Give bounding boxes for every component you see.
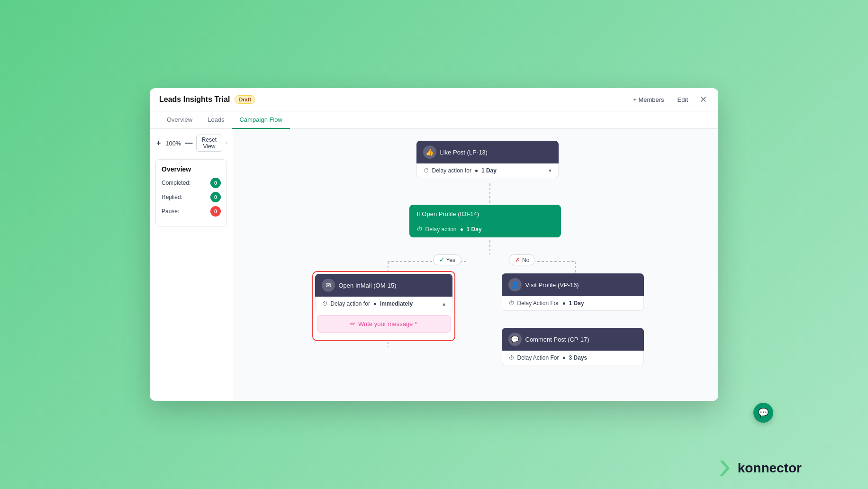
inmail-delay-value: Immediately bbox=[380, 300, 413, 307]
dot-sep bbox=[563, 302, 565, 305]
close-button[interactable]: ✕ bbox=[697, 94, 709, 105]
brand-name: konnector bbox=[738, 461, 802, 476]
zoom-in-button[interactable]: + bbox=[155, 138, 162, 148]
comment-post-node[interactable]: 💬 Comment Post (CP-17) ⏱ Delay Action Fo… bbox=[502, 328, 644, 365]
like-post-header: 👍 Like Post (LP-13) bbox=[416, 141, 559, 163]
delay-icon: ⏱ bbox=[424, 167, 429, 174]
if-delay-value: 1 Day bbox=[467, 226, 482, 233]
konnector-logo-icon bbox=[716, 459, 735, 478]
visit-delay-value: 1 Day bbox=[569, 300, 584, 307]
content-area: + 100% — Reset View Overview Completed: … bbox=[150, 129, 718, 401]
comment-delay-label: Delay Action For bbox=[517, 354, 559, 361]
if-delay-icon: ⏱ bbox=[417, 226, 423, 233]
yes-badge: ✓ Yes bbox=[433, 254, 462, 265]
write-message-label: Write your message * bbox=[358, 320, 417, 327]
dot-sep bbox=[563, 357, 565, 359]
edit-button[interactable]: Edit bbox=[674, 94, 692, 105]
zoom-out-button[interactable]: — bbox=[185, 138, 192, 148]
comment-post-title: Comment Post (CP-17) bbox=[525, 336, 589, 343]
dot-sep bbox=[461, 228, 463, 231]
sidebar: + 100% — Reset View Overview Completed: … bbox=[150, 129, 233, 401]
inmail-delay-icon: ⏱ bbox=[322, 300, 328, 307]
header-actions: + Members Edit ✕ bbox=[629, 94, 709, 105]
dot-sep bbox=[374, 303, 376, 305]
window-header: Leads Insights Trial Draft + Members Edi… bbox=[150, 88, 718, 111]
pause-row: Pause: 0 bbox=[162, 206, 221, 217]
x-icon: ✗ bbox=[515, 256, 520, 263]
draft-badge: Draft bbox=[235, 95, 255, 104]
tab-campaign-flow[interactable]: Campaign Flow bbox=[232, 111, 290, 129]
tab-leads[interactable]: Leads bbox=[200, 111, 232, 129]
comment-delay-icon: ⏱ bbox=[509, 354, 515, 361]
yes-label: Yes bbox=[446, 257, 456, 263]
window-title: Leads Insights Trial bbox=[159, 95, 230, 104]
zoom-value: 100% bbox=[165, 140, 181, 147]
visit-profile-node[interactable]: 👤 Visit Profile (VP-16) ⏱ Delay Action F… bbox=[502, 273, 644, 311]
comment-post-header: 💬 Comment Post (CP-17) bbox=[502, 328, 644, 351]
comment-post-footer[interactable]: ⏱ Delay Action For 3 Days bbox=[502, 351, 644, 365]
pause-label: Pause: bbox=[162, 208, 179, 215]
like-post-icon: 👍 bbox=[423, 145, 436, 159]
branding: konnector bbox=[716, 459, 802, 478]
if-open-profile-delay: ⏱ Delay action 1 Day bbox=[409, 223, 561, 237]
dot-sep bbox=[475, 170, 478, 172]
check-icon: ✓ bbox=[439, 256, 444, 263]
chevron-down-icon: ▾ bbox=[549, 167, 552, 174]
chevron-up-icon: ▴ bbox=[443, 300, 445, 307]
if-open-profile-node[interactable]: If Open Profile (IOI-14) ⏱ Delay action … bbox=[409, 205, 561, 237]
brand-container: konnector bbox=[716, 459, 802, 478]
no-label: No bbox=[522, 257, 529, 263]
chat-fab[interactable]: 💬 bbox=[753, 403, 773, 423]
completed-label: Completed: bbox=[162, 180, 190, 186]
tabs-bar: Overview Leads Campaign Flow bbox=[150, 111, 718, 129]
members-button[interactable]: + Members bbox=[629, 94, 668, 105]
like-post-node[interactable]: 👍 Like Post (LP-13) ⏱ Delay action for 1… bbox=[416, 141, 559, 178]
replied-badge: 0 bbox=[210, 192, 221, 202]
overview-title: Overview bbox=[162, 165, 221, 173]
visit-delay-label: Delay Action For bbox=[517, 300, 559, 307]
pause-badge: 0 bbox=[210, 206, 221, 217]
open-inmail-footer[interactable]: ⏱ Delay action for Immediately ▴ bbox=[315, 297, 452, 311]
reset-view-button[interactable]: Reset View bbox=[196, 135, 222, 152]
svg-marker-9 bbox=[720, 461, 730, 476]
completed-badge: 0 bbox=[210, 178, 221, 188]
visit-profile-icon: 👤 bbox=[508, 278, 522, 291]
pencil-icon: ✏ bbox=[350, 320, 355, 327]
open-inmail-icon: ✉ bbox=[322, 279, 335, 292]
flow-inner: 👍 Like Post (LP-13) ⏱ Delay action for 1… bbox=[262, 134, 689, 401]
visit-profile-footer[interactable]: ⏱ Delay Action For 1 Day bbox=[502, 296, 644, 311]
visit-profile-header: 👤 Visit Profile (VP-16) bbox=[502, 273, 644, 296]
if-delay-label: Delay action bbox=[425, 226, 457, 233]
divider bbox=[226, 142, 227, 144]
visit-delay-icon: ⏱ bbox=[509, 300, 515, 307]
branch-badges: ✓ Yes ✗ No bbox=[433, 254, 536, 265]
write-message-button[interactable]: ✏ Write your message * bbox=[317, 315, 451, 333]
node-bottom-spacer bbox=[315, 335, 452, 338]
if-open-profile-inner: If Open Profile (IOI-14) ⏱ Delay action … bbox=[409, 205, 561, 237]
flow-canvas[interactable]: 👍 Like Post (LP-13) ⏱ Delay action for 1… bbox=[233, 129, 718, 401]
if-open-profile-title: If Open Profile (IOI-14) bbox=[409, 205, 561, 223]
open-inmail-selected-container: ✉ Open InMail (OM-15) ⏱ Delay action for… bbox=[312, 271, 455, 341]
open-inmail-header: ✉ Open InMail (OM-15) bbox=[315, 274, 452, 297]
inmail-delay-label: Delay action for bbox=[331, 300, 370, 307]
overview-panel: Overview Completed: 0 Replied: 0 Pause: … bbox=[155, 159, 227, 226]
visit-profile-title: Visit Profile (VP-16) bbox=[525, 281, 579, 289]
open-inmail-title: Open InMail (OM-15) bbox=[339, 282, 397, 289]
chat-icon: 💬 bbox=[758, 408, 769, 418]
like-post-delay-value: 1 Day bbox=[481, 167, 497, 174]
like-post-delay-label: Delay action for bbox=[432, 167, 471, 174]
tab-overview[interactable]: Overview bbox=[159, 111, 200, 129]
comment-post-icon: 💬 bbox=[508, 333, 522, 346]
inmail-delay-row: ⏱ Delay action for Immediately bbox=[322, 300, 413, 307]
comment-delay-value: 3 Days bbox=[569, 354, 588, 361]
like-post-title: Like Post (LP-13) bbox=[440, 149, 488, 156]
open-inmail-node[interactable]: ✉ Open InMail (OM-15) ⏱ Delay action for… bbox=[315, 274, 452, 338]
replied-row: Replied: 0 bbox=[162, 192, 221, 202]
main-window: Leads Insights Trial Draft + Members Edi… bbox=[150, 88, 718, 401]
zoom-controls: + 100% — Reset View bbox=[155, 135, 227, 152]
like-post-footer[interactable]: ⏱ Delay action for 1 Day ▾ bbox=[416, 163, 559, 178]
replied-label: Replied: bbox=[162, 194, 182, 200]
completed-row: Completed: 0 bbox=[162, 178, 221, 188]
no-badge: ✗ No bbox=[509, 254, 535, 265]
